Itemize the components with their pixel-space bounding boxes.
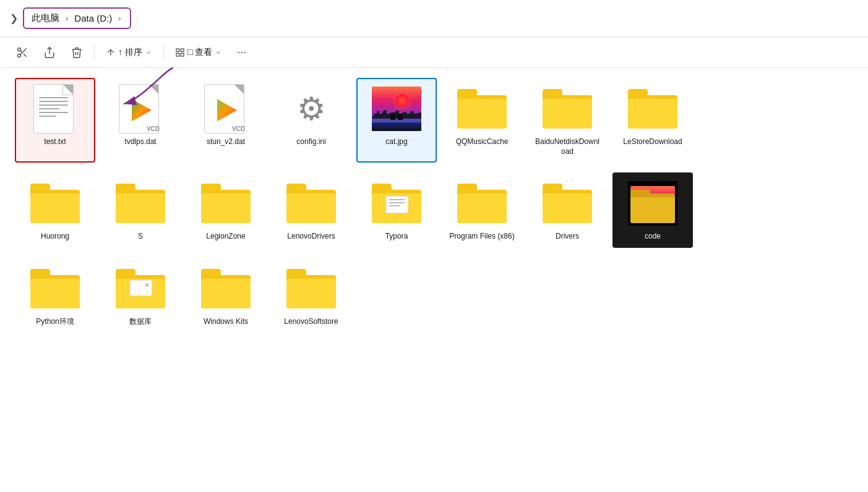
file-item-baidu[interactable]: BaiduNetdiskDownload: [527, 78, 608, 163]
folder-icon-legionzone: [201, 184, 251, 223]
config-icon-container: ⚙: [286, 84, 336, 134]
file-item-tvdlps[interactable]: VCD tvdlps.dat: [100, 78, 181, 163]
file-name-lestore: LeStoreDownload: [623, 137, 682, 147]
folder-icon-lenovodrivers: [286, 184, 336, 223]
file-name-lenovosoftstore: LenovoSoftstore: [284, 317, 338, 327]
svg-marker-7: [132, 99, 152, 121]
file-item-qqmusiccache[interactable]: QQMusicCache: [442, 78, 522, 163]
txt-icon-container: [30, 84, 80, 134]
file-grid: test.txt: [15, 78, 853, 333]
legionzone-icon-container: [201, 179, 251, 228]
svg-rect-3: [181, 49, 184, 52]
file-name-config: config.ini: [296, 137, 325, 147]
file-name-cat: cat.jpg: [385, 137, 407, 147]
view-button[interactable]: □ 查看: [169, 43, 228, 62]
file-item-windowskits[interactable]: Windows Kits: [186, 258, 266, 333]
file-name-qqmusiccache: QQMusicCache: [456, 137, 509, 147]
share-button[interactable]: [37, 43, 62, 62]
nav-back-button[interactable]: ❯: [10, 12, 18, 24]
programfiles-icon-container: [457, 179, 507, 228]
cut-button[interactable]: [10, 43, 35, 62]
more-button[interactable]: ···: [231, 42, 252, 62]
file-item-test-txt[interactable]: test.txt: [15, 78, 95, 163]
folder-icon-s: [116, 184, 165, 223]
sort-button[interactable]: ↑ 排序: [100, 43, 158, 62]
code-folder-icon: [628, 181, 677, 226]
windowskits-icon-container: [201, 264, 251, 313]
drivers-icon-container: [543, 179, 592, 228]
file-item-s[interactable]: S: [100, 172, 181, 248]
folder-icon-qqmusiccache: [457, 89, 507, 129]
delete-button[interactable]: [64, 43, 89, 62]
typora-icon-container: [372, 179, 421, 228]
file-item-huorong[interactable]: Huorong: [15, 172, 95, 248]
cat-icon-container: [372, 84, 421, 134]
folder-icon-lenovosoftstore: [286, 269, 336, 308]
file-name-stun: stun_v2.dat: [207, 137, 245, 147]
folder-icon-typora: [372, 184, 421, 223]
address-bar: ❯ 此电脑 › Data (D:) ›: [0, 0, 868, 37]
svg-rect-5: [181, 53, 184, 56]
file-name-s: S: [138, 232, 143, 242]
file-item-stun[interactable]: VCD stun_v2.dat: [186, 78, 266, 163]
file-name-tvdlps: tvdlps.dat: [124, 137, 156, 147]
pythonenv-icon-container: [30, 264, 80, 313]
breadcrumb-datad[interactable]: Data (D:): [74, 13, 112, 23]
file-item-programfiles[interactable]: Program Files (x86): [442, 172, 522, 248]
folder-icon-pythonenv: [30, 269, 80, 308]
toolbar: ↑ 排序 □ 查看 ···: [0, 37, 868, 68]
lestore-icon-container: [628, 84, 677, 134]
vcd-icon-container-2: VCD: [201, 84, 251, 134]
file-name-drivers: Drivers: [556, 232, 579, 242]
file-name-lenovodrivers: LenovoDrivers: [287, 232, 335, 242]
file-name-test-txt: test.txt: [44, 137, 66, 147]
main-content: test.txt: [0, 68, 868, 492]
file-item-drivers[interactable]: Drivers: [527, 172, 608, 248]
folder-icon-drivers: [543, 184, 592, 223]
breadcrumb-thispc[interactable]: 此电脑: [32, 12, 59, 24]
folder-icon-baidu: [543, 89, 592, 129]
folder-icon-programfiles: [457, 184, 507, 223]
file-name-baidu: BaiduNetdiskDownload: [533, 137, 601, 156]
file-item-lestore[interactable]: LeStoreDownload: [612, 78, 693, 163]
file-item-pythonenv[interactable]: Python环境: [15, 258, 95, 333]
vcd-file-icon-2: VCD: [204, 84, 247, 134]
file-item-code[interactable]: code: [612, 172, 693, 248]
folder-icon-shujuku: [116, 269, 165, 308]
file-name-legionzone: LegionZone: [206, 232, 245, 242]
file-item-lenovosoftstore[interactable]: LenovoSoftstore: [271, 258, 351, 333]
view-label: □ 查看: [187, 47, 212, 58]
more-label: ···: [237, 46, 246, 58]
file-name-typora: Typora: [385, 232, 408, 242]
txt-file-icon: [33, 84, 77, 134]
breadcrumb-container[interactable]: 此电脑 › Data (D:) ›: [23, 7, 131, 29]
folder-icon-huorong: [30, 184, 80, 223]
toolbar-divider-1: [94, 45, 95, 60]
folder-icon-windowskits: [201, 269, 251, 308]
file-item-shujuku[interactable]: 数据库: [100, 258, 181, 333]
code-icon-container: [628, 179, 677, 228]
gear-icon: ⚙: [297, 90, 326, 127]
folder-icon-lestore: [628, 89, 677, 129]
file-name-pythonenv: Python环境: [36, 317, 74, 327]
file-item-config[interactable]: ⚙ config.ini: [271, 78, 351, 163]
file-item-cat[interactable]: cat.jpg: [356, 78, 437, 163]
s-icon-container: [116, 179, 165, 228]
lenovosoftstore-icon-container: [286, 264, 336, 313]
vcd-file-icon-1: VCD: [119, 84, 162, 134]
file-name-huorong: Huorong: [41, 232, 69, 242]
shujuku-icon-container: [116, 264, 165, 313]
breadcrumb-sep2: ›: [118, 14, 121, 23]
breadcrumb-sep1: ›: [66, 14, 68, 23]
file-item-lenovodrivers[interactable]: LenovoDrivers: [271, 172, 351, 248]
vcd-icon-container-1: VCD: [116, 84, 165, 134]
file-name-shujuku: 数据库: [129, 317, 152, 327]
file-name-windowskits: Windows Kits: [204, 317, 248, 327]
toolbar-divider-2: [163, 45, 164, 60]
file-item-typora[interactable]: Typora: [356, 172, 437, 248]
cat-image-icon: [372, 87, 421, 131]
file-item-legionzone[interactable]: LegionZone: [186, 172, 266, 248]
file-name-programfiles: Program Files (x86): [449, 232, 514, 242]
svg-rect-4: [176, 53, 179, 56]
svg-rect-2: [176, 49, 179, 52]
